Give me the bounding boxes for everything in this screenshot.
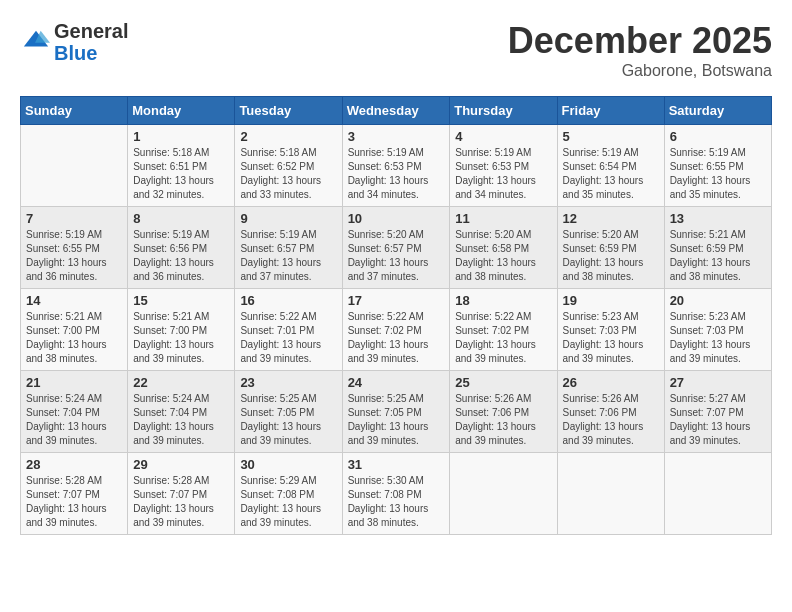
day-number: 7 (26, 211, 122, 226)
day-info: Sunrise: 5:19 AMSunset: 6:53 PMDaylight:… (348, 146, 445, 202)
day-info: Sunrise: 5:24 AMSunset: 7:04 PMDaylight:… (26, 392, 122, 448)
day-info: Sunrise: 5:24 AMSunset: 7:04 PMDaylight:… (133, 392, 229, 448)
calendar-cell: 25Sunrise: 5:26 AMSunset: 7:06 PMDayligh… (450, 371, 557, 453)
calendar-cell (450, 453, 557, 535)
calendar-cell: 10Sunrise: 5:20 AMSunset: 6:57 PMDayligh… (342, 207, 450, 289)
day-info: Sunrise: 5:19 AMSunset: 6:54 PMDaylight:… (563, 146, 659, 202)
weekday-header: Monday (128, 97, 235, 125)
calendar-cell: 30Sunrise: 5:29 AMSunset: 7:08 PMDayligh… (235, 453, 342, 535)
day-number: 18 (455, 293, 551, 308)
calendar-cell: 22Sunrise: 5:24 AMSunset: 7:04 PMDayligh… (128, 371, 235, 453)
day-number: 5 (563, 129, 659, 144)
day-info: Sunrise: 5:26 AMSunset: 7:06 PMDaylight:… (455, 392, 551, 448)
day-number: 27 (670, 375, 766, 390)
calendar-cell: 23Sunrise: 5:25 AMSunset: 7:05 PMDayligh… (235, 371, 342, 453)
calendar-cell: 29Sunrise: 5:28 AMSunset: 7:07 PMDayligh… (128, 453, 235, 535)
day-number: 6 (670, 129, 766, 144)
calendar-cell: 28Sunrise: 5:28 AMSunset: 7:07 PMDayligh… (21, 453, 128, 535)
calendar-cell: 9Sunrise: 5:19 AMSunset: 6:57 PMDaylight… (235, 207, 342, 289)
calendar-cell: 13Sunrise: 5:21 AMSunset: 6:59 PMDayligh… (664, 207, 771, 289)
day-number: 19 (563, 293, 659, 308)
day-info: Sunrise: 5:19 AMSunset: 6:57 PMDaylight:… (240, 228, 336, 284)
day-info: Sunrise: 5:20 AMSunset: 6:57 PMDaylight:… (348, 228, 445, 284)
calendar-table: SundayMondayTuesdayWednesdayThursdayFrid… (20, 96, 772, 535)
day-info: Sunrise: 5:23 AMSunset: 7:03 PMDaylight:… (670, 310, 766, 366)
calendar-cell: 18Sunrise: 5:22 AMSunset: 7:02 PMDayligh… (450, 289, 557, 371)
day-info: Sunrise: 5:28 AMSunset: 7:07 PMDaylight:… (26, 474, 122, 530)
weekday-header: Friday (557, 97, 664, 125)
day-info: Sunrise: 5:25 AMSunset: 7:05 PMDaylight:… (348, 392, 445, 448)
day-info: Sunrise: 5:19 AMSunset: 6:55 PMDaylight:… (670, 146, 766, 202)
day-info: Sunrise: 5:20 AMSunset: 6:59 PMDaylight:… (563, 228, 659, 284)
day-number: 12 (563, 211, 659, 226)
day-info: Sunrise: 5:30 AMSunset: 7:08 PMDaylight:… (348, 474, 445, 530)
calendar-cell: 6Sunrise: 5:19 AMSunset: 6:55 PMDaylight… (664, 125, 771, 207)
day-info: Sunrise: 5:27 AMSunset: 7:07 PMDaylight:… (670, 392, 766, 448)
weekday-header: Sunday (21, 97, 128, 125)
title-block: December 2025 Gaborone, Botswana (508, 20, 772, 80)
calendar-cell: 15Sunrise: 5:21 AMSunset: 7:00 PMDayligh… (128, 289, 235, 371)
day-number: 28 (26, 457, 122, 472)
day-number: 9 (240, 211, 336, 226)
day-number: 2 (240, 129, 336, 144)
weekday-header: Wednesday (342, 97, 450, 125)
day-info: Sunrise: 5:21 AMSunset: 7:00 PMDaylight:… (133, 310, 229, 366)
day-number: 1 (133, 129, 229, 144)
day-info: Sunrise: 5:28 AMSunset: 7:07 PMDaylight:… (133, 474, 229, 530)
calendar-cell: 11Sunrise: 5:20 AMSunset: 6:58 PMDayligh… (450, 207, 557, 289)
day-number: 13 (670, 211, 766, 226)
day-info: Sunrise: 5:25 AMSunset: 7:05 PMDaylight:… (240, 392, 336, 448)
day-info: Sunrise: 5:19 AMSunset: 6:56 PMDaylight:… (133, 228, 229, 284)
calendar-week-row: 28Sunrise: 5:28 AMSunset: 7:07 PMDayligh… (21, 453, 772, 535)
day-number: 17 (348, 293, 445, 308)
page-header: General Blue December 2025 Gaborone, Bot… (20, 20, 772, 80)
day-info: Sunrise: 5:26 AMSunset: 7:06 PMDaylight:… (563, 392, 659, 448)
day-info: Sunrise: 5:18 AMSunset: 6:52 PMDaylight:… (240, 146, 336, 202)
calendar-cell: 3Sunrise: 5:19 AMSunset: 6:53 PMDaylight… (342, 125, 450, 207)
day-number: 24 (348, 375, 445, 390)
day-number: 26 (563, 375, 659, 390)
day-info: Sunrise: 5:18 AMSunset: 6:51 PMDaylight:… (133, 146, 229, 202)
day-number: 29 (133, 457, 229, 472)
day-info: Sunrise: 5:29 AMSunset: 7:08 PMDaylight:… (240, 474, 336, 530)
day-info: Sunrise: 5:21 AMSunset: 7:00 PMDaylight:… (26, 310, 122, 366)
day-number: 8 (133, 211, 229, 226)
day-info: Sunrise: 5:22 AMSunset: 7:02 PMDaylight:… (348, 310, 445, 366)
calendar-week-row: 21Sunrise: 5:24 AMSunset: 7:04 PMDayligh… (21, 371, 772, 453)
location-title: Gaborone, Botswana (508, 62, 772, 80)
logo-blue: Blue (54, 42, 128, 64)
day-info: Sunrise: 5:21 AMSunset: 6:59 PMDaylight:… (670, 228, 766, 284)
calendar-cell: 24Sunrise: 5:25 AMSunset: 7:05 PMDayligh… (342, 371, 450, 453)
calendar-cell: 4Sunrise: 5:19 AMSunset: 6:53 PMDaylight… (450, 125, 557, 207)
day-number: 11 (455, 211, 551, 226)
day-number: 21 (26, 375, 122, 390)
day-number: 3 (348, 129, 445, 144)
calendar-cell: 27Sunrise: 5:27 AMSunset: 7:07 PMDayligh… (664, 371, 771, 453)
day-number: 22 (133, 375, 229, 390)
calendar-cell: 21Sunrise: 5:24 AMSunset: 7:04 PMDayligh… (21, 371, 128, 453)
calendar-cell: 31Sunrise: 5:30 AMSunset: 7:08 PMDayligh… (342, 453, 450, 535)
weekday-header: Tuesday (235, 97, 342, 125)
calendar-cell: 20Sunrise: 5:23 AMSunset: 7:03 PMDayligh… (664, 289, 771, 371)
calendar-week-row: 14Sunrise: 5:21 AMSunset: 7:00 PMDayligh… (21, 289, 772, 371)
calendar-cell: 2Sunrise: 5:18 AMSunset: 6:52 PMDaylight… (235, 125, 342, 207)
day-number: 14 (26, 293, 122, 308)
day-number: 20 (670, 293, 766, 308)
calendar-cell: 12Sunrise: 5:20 AMSunset: 6:59 PMDayligh… (557, 207, 664, 289)
weekday-header: Saturday (664, 97, 771, 125)
header-row: SundayMondayTuesdayWednesdayThursdayFrid… (21, 97, 772, 125)
day-info: Sunrise: 5:23 AMSunset: 7:03 PMDaylight:… (563, 310, 659, 366)
calendar-cell: 14Sunrise: 5:21 AMSunset: 7:00 PMDayligh… (21, 289, 128, 371)
calendar-cell: 26Sunrise: 5:26 AMSunset: 7:06 PMDayligh… (557, 371, 664, 453)
month-title: December 2025 (508, 20, 772, 62)
day-number: 31 (348, 457, 445, 472)
calendar-week-row: 1Sunrise: 5:18 AMSunset: 6:51 PMDaylight… (21, 125, 772, 207)
calendar-cell: 5Sunrise: 5:19 AMSunset: 6:54 PMDaylight… (557, 125, 664, 207)
logo-general: General (54, 20, 128, 42)
day-number: 30 (240, 457, 336, 472)
calendar-cell: 16Sunrise: 5:22 AMSunset: 7:01 PMDayligh… (235, 289, 342, 371)
day-number: 25 (455, 375, 551, 390)
day-number: 10 (348, 211, 445, 226)
calendar-cell: 19Sunrise: 5:23 AMSunset: 7:03 PMDayligh… (557, 289, 664, 371)
calendar-week-row: 7Sunrise: 5:19 AMSunset: 6:55 PMDaylight… (21, 207, 772, 289)
